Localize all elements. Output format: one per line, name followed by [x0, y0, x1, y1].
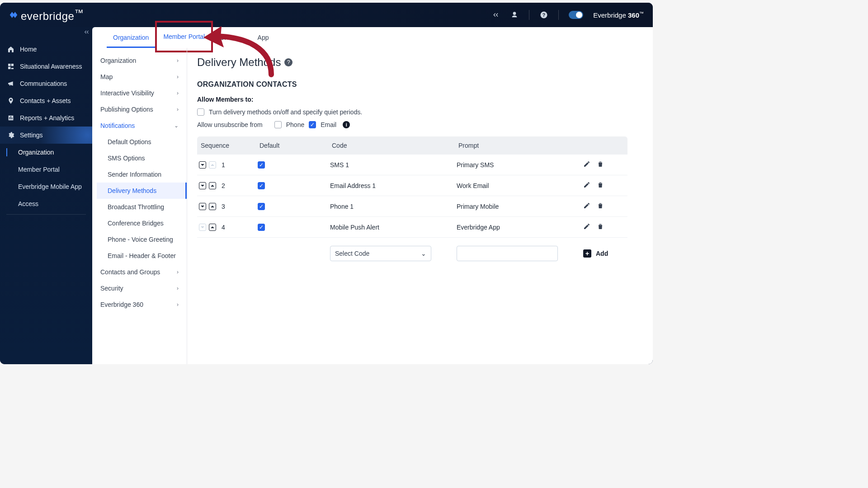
add-button[interactable]: + Add — [583, 249, 627, 258]
code-select-placeholder: Select Code — [335, 250, 369, 257]
sidebar-sub-item[interactable]: Organization — [0, 144, 92, 161]
sequence-number: 3 — [222, 203, 225, 210]
email-checkbox[interactable] — [309, 121, 316, 128]
phone-label: Phone — [286, 121, 304, 128]
sidebar-item-pin[interactable]: Contacts + Assets — [0, 92, 92, 109]
move-down-button[interactable] — [199, 161, 206, 169]
default-checkbox[interactable] — [258, 203, 265, 210]
inner-nav-label: Organization — [100, 57, 136, 64]
add-label: Add — [596, 250, 608, 257]
delete-icon[interactable] — [597, 181, 604, 190]
edit-icon[interactable] — [583, 202, 590, 211]
inner-nav-notifications[interactable]: Notifications ⌄ — [92, 117, 187, 134]
default-checkbox[interactable] — [258, 182, 265, 189]
sidebar-item-label: Situational Awareness — [20, 63, 82, 70]
product-toggle[interactable] — [569, 11, 583, 19]
allow-members-label: Allow Members to: — [197, 96, 627, 103]
code-select[interactable]: Select Code ⌄ — [330, 246, 431, 261]
code-cell: SMS 1 — [330, 161, 457, 169]
prompt-cell: Primary SMS — [457, 161, 583, 169]
default-checkbox[interactable] — [258, 161, 265, 169]
inner-nav-item[interactable]: Map› — [92, 69, 187, 85]
tab-ev[interactable]: Ev — [213, 27, 233, 48]
table-row: 2Email Address 1Work Email — [197, 175, 627, 196]
code-cell: Mobile Push Alert — [330, 224, 457, 231]
sidebar-item-settings[interactable]: Settings — [0, 127, 92, 144]
chevron-right-icon: › — [177, 74, 179, 80]
sidebar-item-home[interactable]: Home — [0, 41, 92, 58]
move-up-button[interactable] — [209, 224, 216, 231]
default-checkbox[interactable] — [258, 224, 265, 231]
inner-nav-sub-label: Sender Information — [108, 171, 161, 178]
col-prompt: Prompt — [457, 142, 583, 149]
phone-checkbox[interactable] — [274, 121, 282, 128]
sidebar-sub-label: Organization — [18, 149, 54, 156]
inner-nav-sub-label: Default Options — [108, 138, 151, 145]
inner-nav-sub-item[interactable]: Conference Bridges — [97, 215, 187, 231]
delete-icon[interactable] — [597, 202, 604, 211]
inner-nav-item[interactable]: Organization› — [92, 52, 187, 69]
chevron-right-icon: › — [177, 285, 179, 291]
inner-nav-item[interactable]: Interactive Visibility› — [92, 85, 187, 101]
edit-icon[interactable] — [583, 160, 590, 169]
col-default: Default — [258, 142, 330, 149]
add-row: Select Code ⌄ + Add — [197, 238, 627, 261]
product-label-b: 360 — [628, 11, 639, 19]
section-heading: ORGANIZATION CONTACTS — [197, 80, 627, 89]
quiet-periods-checkbox[interactable] — [197, 108, 204, 116]
delivery-table: Sequence Default Code Prompt 1SMS 1Prima… — [197, 136, 627, 261]
help-icon[interactable]: ? — [284, 58, 292, 66]
prompt-cell: Everbridge App — [457, 224, 583, 231]
inner-nav-sub-item[interactable]: Delivery Methods — [97, 183, 187, 199]
collapse-top-icon[interactable] — [491, 10, 500, 19]
inner-nav-item[interactable]: Security› — [92, 280, 187, 296]
sidebar-item-megaphone[interactable]: Communications — [0, 75, 92, 92]
brand-text: everbridge — [21, 10, 74, 22]
inner-nav-item[interactable]: Contacts and Groups› — [92, 264, 187, 280]
sidebar-item-label: Reports + Analytics — [20, 114, 74, 122]
inner-nav-sub-item[interactable]: Phone - Voice Greeting — [97, 231, 187, 248]
edit-icon[interactable] — [583, 181, 590, 190]
inner-nav-sub-label: Conference Bridges — [108, 220, 164, 227]
sidebar-collapse-icon[interactable] — [81, 27, 91, 37]
delete-icon[interactable] — [597, 160, 604, 169]
inner-nav-sub-label: Phone - Voice Greeting — [108, 236, 173, 243]
chevron-right-icon: › — [177, 90, 179, 96]
prompt-input[interactable] — [457, 246, 558, 261]
inner-nav-sub-item[interactable]: Email - Header & Footer — [97, 248, 187, 264]
inner-nav-sub-item[interactable]: Sender Information — [97, 166, 187, 183]
inner-nav-item[interactable]: Publishing Options› — [92, 101, 187, 117]
col-sequence: Sequence — [199, 142, 258, 149]
move-down-button[interactable] — [199, 182, 206, 189]
sidebar-item-sa[interactable]: Situational Awareness — [0, 58, 92, 75]
tab-member-portal[interactable]: Member Portal — [155, 21, 213, 52]
chevron-right-icon: › — [177, 269, 179, 275]
inner-nav-sub-item[interactable]: Broadcast Throttling — [97, 199, 187, 215]
sidebar-item-chart[interactable]: Reports + Analytics — [0, 109, 92, 127]
chevron-down-icon: ⌄ — [174, 122, 179, 129]
tab-app[interactable]: App — [251, 27, 275, 48]
sidebar-sub-item[interactable]: Access — [0, 195, 92, 212]
chevron-right-icon: › — [177, 106, 179, 113]
inner-nav-item[interactable]: Everbridge 360› — [92, 296, 187, 313]
plus-icon: + — [583, 249, 591, 258]
topbar: everbridge™ ? Everbridge 360™ — [0, 3, 653, 27]
inner-nav-label: Contacts and Groups — [100, 268, 160, 276]
tab-organization[interactable]: Organization — [107, 27, 155, 48]
help-top-icon[interactable]: ? — [539, 10, 548, 19]
edit-icon[interactable] — [583, 223, 590, 231]
code-cell: Email Address 1 — [330, 182, 457, 189]
delete-icon[interactable] — [597, 223, 604, 231]
move-up-button[interactable] — [209, 203, 216, 210]
sidebar-sub-item[interactable]: Member Portal — [0, 161, 92, 178]
inner-nav-sub-item[interactable]: Default Options — [97, 134, 187, 150]
info-icon[interactable]: i — [343, 121, 350, 128]
move-up-button[interactable] — [209, 182, 216, 189]
user-icon[interactable] — [510, 10, 519, 19]
move-down-button[interactable] — [199, 203, 206, 210]
inner-nav-sub-item[interactable]: SMS Options — [97, 150, 187, 166]
move-down-button — [199, 224, 206, 231]
product-label-a: Everbridge — [593, 11, 628, 19]
sidebar-sub-item[interactable]: Everbridge Mobile App — [0, 178, 92, 195]
page-body: Delivery Methods ? ORGANIZATION CONTACTS… — [187, 48, 653, 364]
